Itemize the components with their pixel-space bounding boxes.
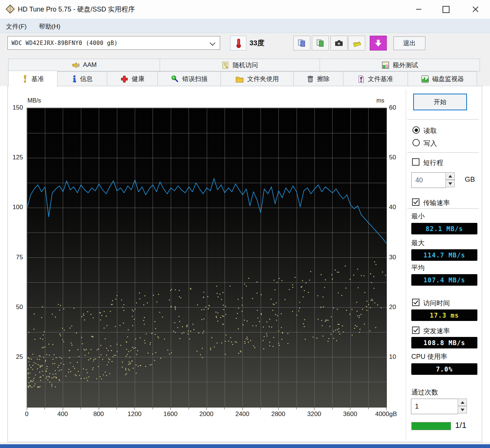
maximize-button[interactable] bbox=[437, 0, 454, 19]
divider bbox=[407, 119, 479, 120]
menu-help[interactable]: 帮助(H) bbox=[36, 21, 63, 32]
up-arrow-icon bbox=[448, 175, 452, 178]
trash-icon bbox=[307, 75, 314, 83]
avg-label: 平均 bbox=[411, 263, 425, 272]
exit-button[interactable]: 退出 bbox=[393, 36, 425, 50]
copy-text-button[interactable] bbox=[293, 36, 310, 51]
tab-disk-monitor[interactable]: 磁盘监视器 bbox=[408, 71, 477, 87]
panel-divider bbox=[406, 89, 406, 440]
magnifier-icon bbox=[171, 75, 179, 83]
tab-folder-usage[interactable]: 文件夹使用 bbox=[220, 71, 294, 87]
burst-rate-label: 突发速率 bbox=[423, 327, 450, 335]
short-stroke-label: 短行程 bbox=[423, 158, 443, 167]
tab-info[interactable]: 信息 bbox=[57, 71, 107, 87]
write-radio[interactable] bbox=[412, 139, 420, 146]
benchmark-icon bbox=[22, 75, 28, 83]
burst-rate-display: 108.8 MB/s bbox=[411, 337, 477, 348]
tab-error-scan[interactable]: 错误扫描 bbox=[157, 71, 221, 87]
progress-label: 1/1 bbox=[455, 421, 467, 430]
size-spin-up-button[interactable] bbox=[445, 172, 455, 180]
y-right-tick-label: 20 bbox=[389, 303, 404, 311]
x-tick-label: 1600 bbox=[156, 410, 185, 418]
copy-image-button[interactable] bbox=[312, 36, 329, 51]
tab-disk-monitor-label: 磁盘监视器 bbox=[432, 75, 464, 83]
y-left-tick-label: 50 bbox=[8, 303, 23, 311]
down-arrow-icon bbox=[448, 182, 452, 185]
up-arrow-icon bbox=[461, 401, 464, 404]
x-tick-mark bbox=[45, 408, 45, 409]
size-spin-down-button[interactable] bbox=[445, 180, 455, 187]
tab-strip: AAM 随机访问 额外测试 bbox=[0, 56, 490, 86]
x-tick-mark bbox=[170, 408, 171, 410]
x-tick-mark bbox=[134, 408, 135, 410]
max-label: 最大 bbox=[411, 238, 425, 247]
x-tick-mark bbox=[350, 408, 350, 410]
short-stroke-size-input[interactable]: 40 bbox=[411, 172, 446, 188]
tab-health[interactable]: 健康 bbox=[107, 71, 158, 87]
minimize-button[interactable] bbox=[410, 0, 427, 19]
pass-spin-down-button[interactable] bbox=[458, 406, 467, 413]
app-icon bbox=[5, 4, 15, 14]
y-right-tick-label: 40 bbox=[389, 204, 404, 211]
menu-file[interactable]: 文件(F) bbox=[3, 21, 30, 32]
min-label: 最小 bbox=[411, 212, 425, 221]
x-tick-label: 800 bbox=[84, 410, 114, 418]
y-right-tick-label: 30 bbox=[389, 254, 404, 261]
chart-canvas bbox=[27, 108, 386, 407]
access-time-display: 17.3 ms bbox=[411, 309, 477, 321]
x-tick-label: 2400 bbox=[228, 410, 257, 418]
y-left-tick-label: 100 bbox=[8, 204, 23, 211]
random-access-icon bbox=[222, 61, 229, 69]
maximize-icon bbox=[442, 6, 450, 13]
pass-spin-up-button[interactable] bbox=[458, 399, 467, 406]
download-button[interactable] bbox=[370, 36, 387, 51]
down-arrow-icon bbox=[461, 409, 464, 411]
y-right-tick-label: 50 bbox=[389, 154, 404, 161]
title-bar: HD Tune Pro 5.75 - 硬盘/SSD 实用程序 bbox=[0, 0, 490, 19]
y-left-tick-label: 125 bbox=[8, 154, 23, 161]
short-stroke-checkbox[interactable] bbox=[412, 158, 419, 166]
read-radio[interactable] bbox=[412, 126, 420, 134]
tab-random-access[interactable]: 随机访问 bbox=[160, 59, 320, 71]
write-radio-label: 写入 bbox=[424, 139, 437, 148]
menu-bar: 文件(F) 帮助(H) bbox=[0, 19, 490, 33]
tab-info-label: 信息 bbox=[80, 75, 93, 83]
tab-extra-tests[interactable]: 额外测试 bbox=[320, 59, 480, 71]
y-left-axis-unit: MB/s bbox=[27, 97, 41, 104]
tab-health-label: 健康 bbox=[132, 75, 144, 83]
pass-count-input[interactable]: 1 bbox=[411, 399, 458, 414]
tab-file-benchmark[interactable]: 文件基准 bbox=[343, 71, 408, 87]
x-tick-label: 3200 bbox=[299, 410, 329, 418]
x-tick-mark bbox=[153, 408, 153, 409]
y-right-tick-label: 60 bbox=[389, 104, 404, 111]
tab-erase[interactable]: 擦除 bbox=[293, 71, 343, 87]
copy-pages-green-icon bbox=[316, 39, 325, 48]
close-button[interactable] bbox=[467, 0, 484, 19]
tab-random-access-label: 随机访问 bbox=[233, 61, 258, 69]
access-time-label: 访问时间 bbox=[423, 299, 450, 308]
save-results-button[interactable] bbox=[348, 36, 365, 51]
temperature-button[interactable] bbox=[230, 36, 246, 51]
x-tick-label: 0 bbox=[12, 410, 42, 418]
tab-benchmark[interactable]: 基准 bbox=[8, 71, 58, 87]
burst-rate-checkbox[interactable] bbox=[412, 327, 419, 334]
toolbar: WDC WD42EJRX-89BFNY0 (4000 gB) 33度 bbox=[0, 33, 490, 56]
benchmark-chart bbox=[27, 108, 387, 408]
transfer-rate-checkbox[interactable] bbox=[412, 198, 419, 206]
progress-bar bbox=[411, 422, 451, 430]
x-tick-mark bbox=[224, 408, 225, 409]
start-button[interactable]: 开始 bbox=[413, 94, 467, 110]
size-unit-label: GB bbox=[465, 175, 475, 184]
access-time-checkbox[interactable] bbox=[412, 299, 419, 306]
drive-select-dropdown[interactable]: WDC WD42EJRX-89BFNY0 (4000 gB) bbox=[7, 36, 220, 50]
cpu-usage-label: CPU 使用率 bbox=[411, 352, 447, 361]
tab-extra-tests-label: 额外测试 bbox=[393, 61, 418, 69]
tab-aam[interactable]: AAM bbox=[8, 59, 160, 71]
x-tick-label: 2000 bbox=[192, 410, 221, 418]
screenshot-button[interactable] bbox=[330, 36, 347, 51]
divider bbox=[407, 152, 479, 153]
minimize-icon bbox=[416, 9, 421, 10]
read-radio-label: 读取 bbox=[424, 126, 437, 135]
tab-erase-label: 擦除 bbox=[317, 75, 330, 83]
y-right-axis-unit: ms bbox=[376, 97, 384, 104]
